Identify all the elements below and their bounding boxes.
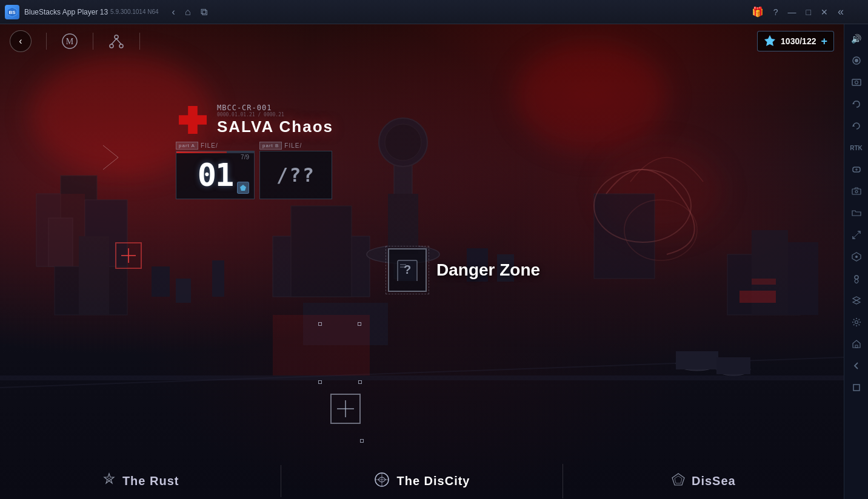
part-b-badge: part B xyxy=(259,142,282,150)
svg-rect-48 xyxy=(400,264,406,265)
sidebar-screenshot-icon[interactable] xyxy=(847,73,866,92)
right-sidebar: 🔊 RTK xyxy=(844,24,868,499)
svg-point-70 xyxy=(855,256,858,258)
file-a-gem xyxy=(237,182,249,194)
file-card-b-body: /?? xyxy=(259,151,332,199)
svg-rect-25 xyxy=(752,279,776,285)
file-card-a-body: 01 7/9 xyxy=(176,151,255,199)
sidebar-camera-icon[interactable] xyxy=(847,182,866,201)
menu-icon-btn[interactable]: M xyxy=(61,33,78,50)
location-the-rust[interactable]: The Rust xyxy=(0,465,281,497)
svg-marker-56 xyxy=(675,476,682,483)
sidebar-rtk-icon[interactable]: RTK xyxy=(847,138,866,157)
svg-marker-45 xyxy=(240,185,246,191)
currency-value: 1030/122 xyxy=(781,36,816,46)
svg-rect-49 xyxy=(400,266,405,268)
mission-name: SALVA Chaos xyxy=(217,117,333,136)
sidebar-volume-icon[interactable]: 🔊 xyxy=(847,29,866,48)
svg-rect-18 xyxy=(594,194,655,279)
svg-rect-26 xyxy=(0,375,844,380)
sidebar-record-icon[interactable] xyxy=(847,51,866,70)
map-cross-center[interactable] xyxy=(330,394,361,424)
win-gift-btn[interactable]: 🎁 xyxy=(752,6,764,18)
dot-marker-2 xyxy=(358,322,361,326)
file-cards: part A FILE/ 01 7/9 xyxy=(176,142,333,199)
svg-marker-61 xyxy=(852,102,855,104)
part-a-badge: part A xyxy=(176,142,198,150)
nav-back-btn[interactable]: ‹ xyxy=(169,4,179,20)
mission-subcode: 0000.01.01.21 / 0000.21 xyxy=(217,112,333,117)
svg-rect-35 xyxy=(716,357,750,374)
cross-marker-white xyxy=(330,394,361,424)
back-button[interactable]: ‹ xyxy=(10,30,32,52)
file-b-text: FILE/ xyxy=(284,142,302,149)
svg-point-15 xyxy=(385,124,421,160)
sidebar-macro-icon[interactable] xyxy=(847,247,866,266)
svg-marker-75 xyxy=(853,340,860,348)
svg-rect-8 xyxy=(79,236,109,315)
game-area: ‹ M xyxy=(0,24,844,499)
mission-info: MBCC-CR-001 0000.01.01.21 / 0000.21 SALV… xyxy=(217,104,333,136)
network-icon-btn[interactable] xyxy=(108,33,125,50)
sidebar-resize-icon[interactable] xyxy=(847,225,866,245)
svg-point-71 xyxy=(855,276,858,279)
divider-1 xyxy=(46,33,47,50)
dot-marker-4 xyxy=(358,380,362,384)
file-a-text: FILE/ xyxy=(201,142,218,149)
svg-point-74 xyxy=(855,321,858,324)
svg-rect-28 xyxy=(176,279,191,303)
svg-point-58 xyxy=(855,59,858,62)
divider-2 xyxy=(93,33,93,50)
map-cross-left[interactable] xyxy=(115,242,142,269)
svg-rect-17 xyxy=(388,194,418,254)
sidebar-square-icon[interactable] xyxy=(847,378,866,397)
win-help-btn[interactable]: ? xyxy=(773,7,778,17)
win-maximize-btn[interactable]: □ xyxy=(806,7,811,17)
location-the-discity[interactable]: The DisCity xyxy=(281,464,563,498)
win-minimize-btn[interactable]: — xyxy=(788,7,796,17)
svg-rect-46 xyxy=(398,260,417,281)
svg-line-68 xyxy=(853,231,860,239)
nav-duplicate-btn[interactable]: ⧉ xyxy=(197,4,211,20)
svg-rect-33 xyxy=(676,351,718,369)
sidebar-folder-icon[interactable] xyxy=(847,203,866,223)
svg-point-40 xyxy=(110,44,113,48)
currency-icon xyxy=(764,34,776,48)
app-logo: BS xyxy=(5,5,19,19)
svg-line-42 xyxy=(112,39,116,44)
svg-point-67 xyxy=(855,191,858,193)
svg-point-39 xyxy=(115,35,118,39)
sidebar-undo-icon[interactable] xyxy=(847,94,866,114)
game-topbar: ‹ M xyxy=(0,24,844,58)
dot-marker-3 xyxy=(318,380,322,384)
sidebar-settings-icon[interactable] xyxy=(847,312,866,332)
mission-header: MBCC-CR-001 0000.01.01.21 / 0000.21 SALV… xyxy=(176,103,333,137)
svg-rect-77 xyxy=(853,385,860,391)
dissea-icon xyxy=(671,472,686,490)
currency-add-btn[interactable]: + xyxy=(821,35,827,48)
file-card-a[interactable]: part A FILE/ 01 7/9 xyxy=(176,142,255,199)
nav-home-btn[interactable]: ⌂ xyxy=(181,4,195,20)
sidebar-location-icon[interactable] xyxy=(847,269,866,288)
sidebar-rotate-icon[interactable] xyxy=(847,116,866,136)
file-card-b[interactable]: part B FILE/ /?? xyxy=(259,142,332,199)
sidebar-layers-icon[interactable] xyxy=(847,291,866,310)
mission-code: MBCC-CR-001 xyxy=(217,104,333,112)
titlebar: BS BlueStacks App Player 13 5.9.300.1014… xyxy=(0,0,868,24)
location-dissea[interactable]: DisSea xyxy=(563,465,844,497)
dot-marker-5 xyxy=(360,439,364,443)
sidebar-back-icon[interactable] xyxy=(847,356,866,375)
app-name: BlueStacks App Player 13 xyxy=(24,8,108,16)
svg-rect-23 xyxy=(788,242,818,315)
danger-zone-icon: ? xyxy=(388,248,427,292)
sidebar-home-icon[interactable] xyxy=(847,334,866,354)
win-back-btn[interactable]: « xyxy=(838,5,844,18)
win-close-btn[interactable]: ✕ xyxy=(821,7,828,17)
mission-card[interactable]: MBCC-CR-001 0000.01.01.21 / 0000.21 SALV… xyxy=(176,103,333,199)
svg-marker-73 xyxy=(853,300,860,304)
file-b-content: /?? xyxy=(276,164,315,187)
svg-rect-27 xyxy=(152,266,170,297)
danger-zone[interactable]: ? Danger Zone xyxy=(388,248,540,292)
sidebar-gamepad-icon[interactable] xyxy=(847,160,866,179)
file-a-bar-fill xyxy=(176,151,227,153)
